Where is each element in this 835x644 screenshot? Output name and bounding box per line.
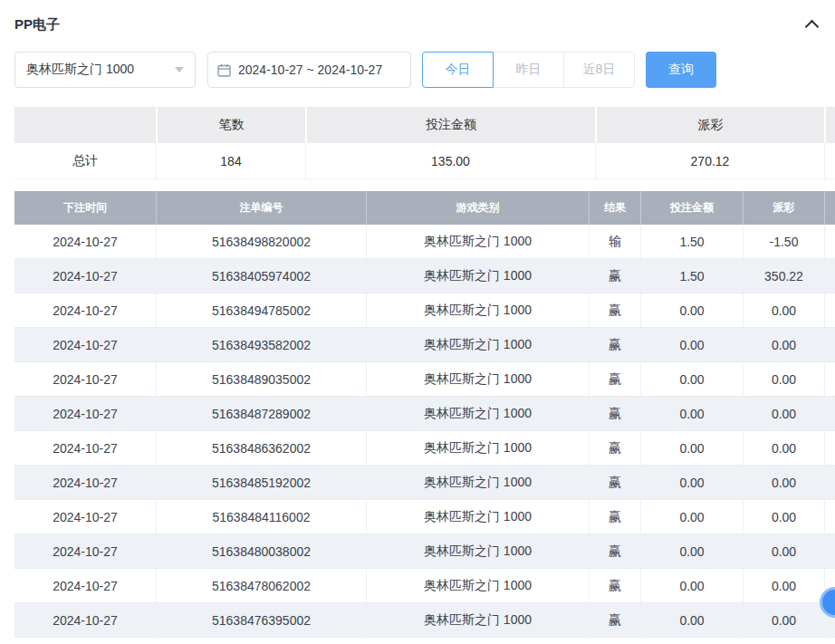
game-select[interactable]: 奥林匹斯之门 1000: [14, 52, 196, 88]
summary-header-row: 笔数 投注金额 派彩: [14, 107, 835, 143]
table-row: 2024-10-27 51638476395002 奥林匹斯之门 1000 赢 …: [14, 603, 835, 638]
cell-game: 奥林匹斯之门 1000: [366, 466, 589, 500]
summary-total-payout: 270.12: [595, 143, 824, 178]
cell-game: 奥林匹斯之门 1000: [366, 259, 589, 293]
cell-bet-amount: 0.00: [640, 569, 743, 603]
table-row: 2024-10-27 51638485192002 奥林匹斯之门 1000 赢 …: [14, 466, 835, 500]
cell-bet-id: 51638478062002: [156, 569, 366, 603]
cell-bet-amount: 0.00: [640, 362, 743, 397]
filter-row: 奥林匹斯之门 1000 2024-10-27 ~ 2024-10-27 今日 昨…: [14, 52, 835, 88]
summary-header-empty: [14, 107, 156, 143]
col-header-game: 游戏类别: [366, 191, 589, 225]
cell-bet-amount: 0.00: [640, 431, 743, 466]
cell-payout: 350.22: [743, 259, 824, 293]
cell-game: 奥林匹斯之门 1000: [366, 397, 589, 431]
cell-result: 赢: [589, 569, 640, 603]
cell-result: 赢: [589, 362, 640, 397]
summary-header-count: 笔数: [156, 107, 305, 143]
cell-bet-id: 51638493582002: [156, 328, 366, 362]
col-header-result: 结果: [589, 191, 640, 225]
cell-result: 赢: [589, 259, 640, 293]
page-title: PP电子: [14, 16, 60, 34]
chevron-up-icon[interactable]: [805, 20, 820, 34]
yesterday-button[interactable]: 昨日: [493, 52, 564, 88]
cell-cutoff: [824, 225, 835, 259]
cell-bet-amount: 0.00: [640, 603, 743, 638]
col-header-bet-amount: 投注金额: [640, 191, 743, 225]
cell-time: 2024-10-27: [14, 259, 156, 293]
cell-game: 奥林匹斯之门 1000: [366, 293, 589, 328]
cell-bet-amount: 1.50: [640, 259, 743, 293]
table-row: 2024-10-27 51638489035002 奥林匹斯之门 1000 赢 …: [14, 362, 835, 397]
today-button[interactable]: 今日: [422, 52, 494, 88]
cell-time: 2024-10-27: [14, 466, 156, 500]
bet-table-body: 2024-10-27 51638498820002 奥林匹斯之门 1000 输 …: [14, 225, 835, 638]
cell-time: 2024-10-27: [14, 569, 156, 603]
cell-bet-amount: 0.00: [640, 328, 743, 362]
bet-table-header: 下注时间 注单编号 游戏类别 结果 投注金额 派彩: [14, 191, 835, 225]
summary-header-cutoff: [824, 107, 835, 143]
col-header-payout: 派彩: [743, 191, 824, 225]
summary-table: 笔数 投注金额 派彩 总计 184 135.00 270.12: [14, 107, 835, 179]
cell-game: 奥林匹斯之门 1000: [366, 569, 589, 603]
cell-cutoff: [824, 431, 835, 466]
table-row: 2024-10-27 51638493582002 奥林匹斯之门 1000 赢 …: [14, 328, 835, 362]
table-row: 2024-10-27 51638405974002 奥林匹斯之门 1000 赢 …: [14, 259, 835, 293]
cell-time: 2024-10-27: [14, 225, 156, 259]
cell-payout: 0.00: [743, 534, 824, 569]
col-header-cutoff: [824, 191, 835, 225]
table-row: 2024-10-27 51638498820002 奥林匹斯之门 1000 输 …: [14, 225, 835, 259]
cell-payout: 0.00: [743, 569, 824, 603]
cell-bet-amount: 0.00: [640, 397, 743, 431]
cell-time: 2024-10-27: [14, 534, 156, 569]
summary-total-row: 总计 184 135.00 270.12: [14, 143, 835, 179]
col-header-time: 下注时间: [14, 191, 156, 225]
cell-bet-amount: 0.00: [640, 534, 743, 569]
cell-result: 赢: [589, 293, 640, 328]
date-range-input[interactable]: 2024-10-27 ~ 2024-10-27: [207, 52, 411, 88]
cell-cutoff: [824, 293, 835, 328]
cell-result: 赢: [589, 328, 640, 362]
last-8-days-button[interactable]: 近8日: [563, 52, 635, 88]
cell-game: 奥林匹斯之门 1000: [366, 500, 589, 534]
search-button[interactable]: 查询: [646, 52, 716, 88]
cell-bet-id: 51638485192002: [156, 466, 366, 500]
cell-result: 赢: [589, 466, 640, 500]
cell-bet-amount: 1.50: [640, 225, 743, 259]
cell-bet-amount: 0.00: [640, 500, 743, 534]
game-select-value: 奥林匹斯之门 1000: [26, 62, 134, 78]
cell-game: 奥林匹斯之门 1000: [366, 362, 589, 397]
summary-total-count: 184: [156, 143, 305, 178]
cell-game: 奥林匹斯之门 1000: [366, 603, 589, 638]
cell-result: 赢: [589, 603, 640, 638]
cell-bet-id: 51638476395002: [156, 603, 366, 638]
table-row: 2024-10-27 51638478062002 奥林匹斯之门 1000 赢 …: [14, 569, 835, 603]
quick-date-buttons: 今日 昨日 近8日: [422, 52, 635, 88]
cell-result: 赢: [589, 500, 640, 534]
chevron-down-icon: [175, 67, 184, 72]
cell-time: 2024-10-27: [14, 431, 156, 466]
cell-result: 赢: [589, 397, 640, 431]
cell-bet-id: 51638480038002: [156, 534, 366, 569]
cell-payout: 0.00: [743, 603, 824, 638]
cell-bet-amount: 0.00: [640, 466, 743, 500]
cell-bet-id: 51638489035002: [156, 362, 366, 397]
summary-header-bet: 投注金额: [305, 107, 595, 143]
cell-cutoff: [824, 466, 835, 500]
cell-time: 2024-10-27: [14, 603, 156, 638]
cell-payout: 0.00: [743, 431, 824, 466]
cell-bet-id: 51638498820002: [156, 225, 366, 259]
cell-time: 2024-10-27: [14, 397, 156, 431]
pp-electronic-panel: PP电子 奥林匹斯之门 1000 2024-10-27 ~ 2024-10-27…: [0, 0, 835, 638]
cell-time: 2024-10-27: [14, 328, 156, 362]
cell-time: 2024-10-27: [14, 362, 156, 397]
table-row: 2024-10-27 51638484116002 奥林匹斯之门 1000 赢 …: [14, 500, 835, 534]
cell-result: 赢: [589, 431, 640, 466]
cell-payout: -1.50: [743, 225, 824, 259]
cell-result: 赢: [589, 534, 640, 569]
table-row: 2024-10-27 51638486362002 奥林匹斯之门 1000 赢 …: [14, 431, 835, 466]
cell-bet-id: 51638494785002: [156, 293, 366, 328]
cell-bet-id: 51638487289002: [156, 397, 366, 431]
cell-payout: 0.00: [743, 293, 824, 328]
cell-payout: 0.00: [743, 466, 824, 500]
